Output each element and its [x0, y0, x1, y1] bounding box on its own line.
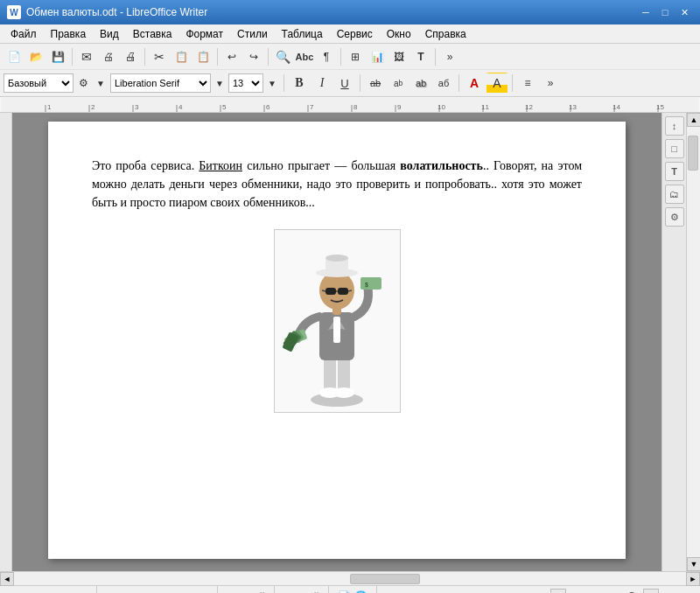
svg-text:$: $	[365, 282, 368, 289]
h-scroll-track[interactable]	[14, 572, 686, 585]
more-toolbar-button[interactable]: »	[439, 46, 460, 67]
minimize-button[interactable]: ─	[637, 4, 654, 20]
svg-rect-0	[2, 98, 698, 112]
sep-fmt1	[284, 74, 284, 92]
sep4	[268, 48, 269, 66]
print-button[interactable]: 🖨	[120, 46, 141, 67]
find-button[interactable]: 🔍	[272, 46, 293, 67]
document-image: $	[274, 229, 401, 413]
bold-button[interactable]: B	[289, 73, 310, 94]
undo-button[interactable]: ↩	[221, 46, 242, 67]
format-toolbar: Базовый ⚙ ▼ Liberation Serif ▼ 13 ▼ B I …	[0, 70, 700, 96]
maximize-button[interactable]: □	[656, 4, 674, 20]
horizontal-scrollbar[interactable]: ◄ ►	[0, 571, 700, 585]
svg-text:2: 2	[91, 103, 95, 111]
image-container: $	[92, 229, 582, 413]
toolbar-area: 📄 📂 💾 ✉ 🖨 🖨 ✂ 📋 📋 ↩ ↪ 🔍 Abc ¶ ⊞ 📊 🖼 T » …	[0, 44, 700, 97]
status-bar: Страница 1 из 1 30 слов, 212 символов Ба…	[0, 585, 700, 593]
sep5	[340, 48, 341, 66]
paragraph-style-select[interactable]: Базовый	[4, 73, 74, 93]
sidebar-page-btn[interactable]: □	[665, 139, 684, 158]
title-bar: W Обмен валюты.odt - LibreOffice Writer …	[0, 0, 700, 24]
sep1	[72, 48, 73, 66]
menu-view[interactable]: Вид	[93, 26, 126, 42]
svg-text:12: 12	[525, 103, 533, 111]
char-highlight-button[interactable]: аб	[433, 73, 454, 94]
menu-file[interactable]: Файл	[4, 26, 44, 42]
save-button[interactable]: 💾	[47, 46, 68, 67]
print-preview-button[interactable]: 🖨	[98, 46, 119, 67]
more-format-button[interactable]: »	[540, 73, 561, 94]
redo-button[interactable]: ↪	[243, 46, 264, 67]
sep2	[144, 48, 145, 66]
underline-button[interactable]: U	[334, 73, 355, 94]
right-sidebar: ↕ □ T 🗂 ⚙	[662, 113, 686, 571]
insert-chart-button[interactable]: 📊	[367, 46, 388, 67]
menu-styles[interactable]: Стили	[230, 26, 275, 42]
document-area[interactable]: Это проба сервиса. Биткоин сильно прыгае…	[12, 113, 662, 571]
scroll-thumb[interactable]	[688, 136, 698, 171]
insert-image-button[interactable]: 🖼	[388, 46, 410, 67]
menu-insert[interactable]: Вставка	[126, 26, 179, 42]
insert-table-button[interactable]: ⊞	[345, 46, 366, 67]
copy-button[interactable]: 📋	[171, 46, 192, 67]
ruler-svg: 1 2 3 4 5 6 7 8 9 10 11 12 13 1	[2, 98, 698, 112]
svg-rect-32	[324, 356, 336, 391]
doc-icon: 📄	[338, 590, 351, 594]
paragraph-format-button[interactable]: ≡	[517, 73, 538, 94]
cartoon-figure-svg: $	[280, 234, 394, 408]
left-sidebar	[0, 113, 12, 571]
scroll-right-button[interactable]: ►	[686, 572, 700, 586]
shadow-button[interactable]: ab	[410, 73, 431, 94]
close-button[interactable]: ✕	[676, 4, 693, 20]
app-icon: W	[7, 5, 21, 19]
style-list-button[interactable]: ▼	[93, 73, 108, 94]
svg-text:10: 10	[438, 103, 445, 111]
menu-edit[interactable]: Правка	[44, 26, 94, 42]
scroll-down-button[interactable]: ▼	[687, 557, 700, 571]
svg-rect-51	[326, 288, 336, 295]
superscript-button[interactable]: ab	[388, 73, 409, 94]
h-scroll-thumb[interactable]	[350, 574, 420, 584]
menu-bar: Файл Правка Вид Вставка Формат Стили Таб…	[0, 24, 700, 44]
font-name-select[interactable]: Liberation Serif	[110, 73, 211, 93]
highlight-color-button[interactable]: A	[486, 73, 508, 94]
font-color-button[interactable]: A	[464, 73, 485, 94]
new-button[interactable]: 📄	[4, 46, 24, 67]
spellcheck-button[interactable]: Abc	[294, 46, 315, 67]
menu-tools[interactable]: Сервис	[330, 26, 380, 42]
window-controls: ─ □ ✕	[637, 4, 693, 20]
zoom-controls: - + 100 %	[550, 589, 693, 594]
scroll-left-button[interactable]: ◄	[0, 572, 14, 586]
menu-help[interactable]: Справка	[418, 26, 473, 42]
zoom-out-button[interactable]: -	[550, 589, 566, 594]
italic-button[interactable]: I	[312, 73, 332, 94]
open-button[interactable]: 📂	[25, 46, 46, 67]
sidebar-navigator-btn[interactable]: 🗂	[665, 185, 684, 204]
email-button[interactable]: ✉	[76, 46, 97, 67]
menu-window[interactable]: Окно	[380, 26, 418, 42]
sidebar-arrow-btn[interactable]: ↕	[665, 116, 684, 136]
font-name-dropdown[interactable]: ▼	[213, 73, 227, 94]
menu-format[interactable]: Формат	[178, 26, 230, 42]
insert-textbox-button[interactable]: T	[410, 46, 431, 67]
menu-table[interactable]: Таблица	[275, 26, 330, 42]
sidebar-settings-btn[interactable]: ⚙	[665, 207, 684, 227]
window-title: Обмен валюты.odt - LibreOffice Writer	[26, 6, 207, 18]
svg-text:6: 6	[266, 103, 270, 111]
scroll-track[interactable]	[687, 127, 700, 557]
font-size-select[interactable]: 13	[228, 73, 263, 93]
paragraph-marks-button[interactable]: ¶	[316, 46, 337, 67]
strikethrough-button[interactable]: ab	[365, 73, 386, 94]
scroll-up-button[interactable]: ▲	[687, 113, 700, 127]
zoom-in-button[interactable]: +	[643, 589, 659, 594]
cut-button[interactable]: ✂	[149, 46, 170, 67]
standard-toolbar: 📄 📂 💾 ✉ 🖨 🖨 ✂ 📋 📋 ↩ ↪ 🔍 Abc ¶ ⊞ 📊 🖼 T »	[0, 44, 700, 70]
svg-point-50	[326, 255, 348, 262]
font-size-dropdown[interactable]: ▼	[265, 73, 279, 94]
sidebar-text-btn[interactable]: T	[665, 162, 684, 181]
style-options-button[interactable]: ⚙	[75, 73, 91, 94]
svg-rect-44	[360, 277, 382, 290]
vertical-scrollbar[interactable]: ▲ ▼	[686, 113, 700, 571]
paste-button[interactable]: 📋	[192, 46, 214, 67]
